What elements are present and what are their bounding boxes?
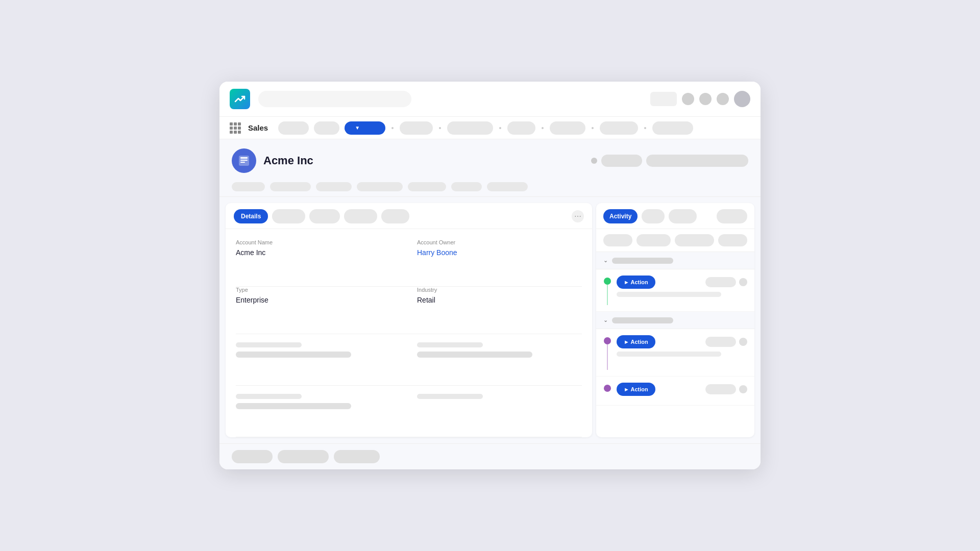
timeline-line-wrap-3: ► Action (603, 383, 747, 399)
timeline-action-dot-3[interactable] (739, 385, 747, 393)
nav-sales-label: Sales (248, 123, 268, 132)
footer-pill-1[interactable] (232, 450, 273, 463)
skeleton-field-4 (409, 386, 582, 437)
timeline-item-2: ► Action (596, 329, 754, 377)
timeline-dot-col-1 (603, 276, 611, 305)
footer-bar (219, 443, 761, 469)
timeline-dot-green (604, 278, 611, 285)
timeline-dot-col-2 (603, 335, 611, 370)
section-chevron-2[interactable]: ⌄ (603, 317, 608, 323)
header-area: Acme Inc (219, 139, 761, 197)
panel-tab-more[interactable]: ⋯ (572, 210, 584, 222)
timeline-action-skel-2 (705, 337, 736, 347)
timeline-sub-skel-2 (617, 352, 721, 357)
timeline-line-wrap-2: ► Action (603, 335, 747, 370)
timeline-sub-skel-1 (617, 292, 721, 297)
timeline-action-dot-1[interactable] (739, 278, 747, 286)
timeline-item-3: ► Action (596, 377, 754, 406)
panel-tab-details[interactable]: Details (234, 209, 268, 223)
timeline-vert-line-1 (607, 285, 608, 305)
top-bar-right (650, 91, 750, 107)
panel-tab-deals[interactable] (381, 209, 409, 223)
timeline-content-1: ► Action (617, 276, 747, 297)
timeline-btn-1[interactable]: ► Action (617, 276, 655, 289)
section-title-2 (612, 317, 673, 323)
header-action-dot[interactable] (591, 158, 597, 164)
timeline-btn-3[interactable]: ► Action (617, 383, 655, 396)
top-button-1[interactable] (650, 92, 677, 106)
sub-tab-1[interactable] (232, 182, 265, 191)
right-filter-row (596, 229, 754, 252)
nav-item-leads[interactable] (507, 121, 535, 135)
skeleton-field-2 (409, 334, 582, 386)
nav-dot-4 (542, 127, 544, 129)
header-actions (591, 155, 748, 167)
top-icon-3[interactable] (717, 93, 729, 105)
nav-item-cases[interactable] (550, 121, 585, 135)
nav-bar: Sales ▼ (219, 117, 761, 139)
panel-tabs: Details ⋯ (226, 203, 592, 229)
filter-pill-4[interactable] (718, 234, 747, 246)
nav-dot-6 (644, 127, 646, 129)
right-tab-details[interactable] (669, 209, 697, 223)
timeline-top-row-1: ► Action (617, 276, 747, 289)
header-action-btn-1[interactable] (601, 155, 642, 167)
timeline-actions-2 (705, 337, 747, 347)
industry-label: Industry (417, 287, 582, 293)
sub-tab-5[interactable] (408, 182, 446, 191)
filter-pill-2[interactable] (636, 234, 671, 246)
header-action-btn-2[interactable] (646, 155, 748, 167)
timeline-btn-2[interactable]: ► Action (617, 335, 655, 348)
nav-item-reports[interactable] (600, 121, 638, 135)
account-name-value: Acme Inc (236, 248, 401, 257)
timeline-actions-1 (705, 277, 747, 287)
timeline-action-skel-1 (705, 277, 736, 287)
top-icon-2[interactable] (699, 93, 712, 105)
form-grid: Account Name Acme Inc Account Owner Harr… (226, 229, 592, 437)
sub-tab-7[interactable] (487, 182, 528, 191)
account-owner-field: Account Owner Harry Boone (409, 239, 582, 287)
panel-tab-contacts[interactable] (344, 209, 377, 223)
user-avatar[interactable] (734, 91, 750, 107)
svg-rect-1 (240, 157, 248, 159)
nav-item-accounts[interactable]: ▼ (345, 121, 385, 135)
panel-tab-activity[interactable] (272, 209, 305, 223)
industry-field: Industry Retail (409, 287, 582, 334)
sub-tab-6[interactable] (451, 182, 482, 191)
section-header-2: ⌄ (596, 312, 754, 329)
right-tab-extra[interactable] (717, 209, 747, 223)
nav-item-feeds[interactable] (314, 121, 339, 135)
timeline-dot-purple-2 (604, 385, 611, 392)
app-logo (230, 89, 250, 109)
app-grid-icon[interactable] (230, 122, 241, 134)
panel-tab-chatter[interactable] (309, 209, 340, 223)
nav-item-home[interactable] (278, 121, 309, 135)
left-panel: Details ⋯ Account Name Acme Inc Account … (226, 203, 592, 437)
svg-rect-3 (240, 162, 245, 163)
timeline-vert-line-2 (607, 344, 608, 370)
right-tab-feed[interactable] (642, 209, 665, 223)
nav-item-contacts[interactable] (400, 121, 433, 135)
filter-pill-3[interactable] (675, 234, 714, 246)
nav-dot-3 (499, 127, 501, 129)
footer-pill-2[interactable] (278, 450, 329, 463)
sub-tab-4[interactable] (357, 182, 403, 191)
type-field: Type Enterprise (236, 287, 409, 334)
search-bar[interactable] (258, 91, 411, 107)
filter-pill-1[interactable] (603, 234, 632, 246)
nav-item-opportunities[interactable] (447, 121, 493, 135)
account-owner-value[interactable]: Harry Boone (417, 248, 582, 257)
timeline-action-dot-2[interactable] (739, 338, 747, 346)
section-chevron-1[interactable]: ⌄ (603, 257, 608, 264)
sub-tab-3[interactable] (316, 182, 352, 191)
right-tab-activity[interactable]: Activity (603, 209, 638, 223)
industry-value: Retail (417, 296, 582, 304)
sub-tab-2[interactable] (270, 182, 311, 191)
timeline-top-row-2: ► Action (617, 335, 747, 348)
top-icon-1[interactable] (682, 93, 694, 105)
footer-pill-3[interactable] (334, 450, 380, 463)
sub-tabs (232, 179, 748, 191)
chevron-down-icon: ▼ (355, 125, 360, 131)
nav-item-dashboards[interactable] (652, 121, 693, 135)
timeline-dot-col-3 (603, 383, 611, 392)
